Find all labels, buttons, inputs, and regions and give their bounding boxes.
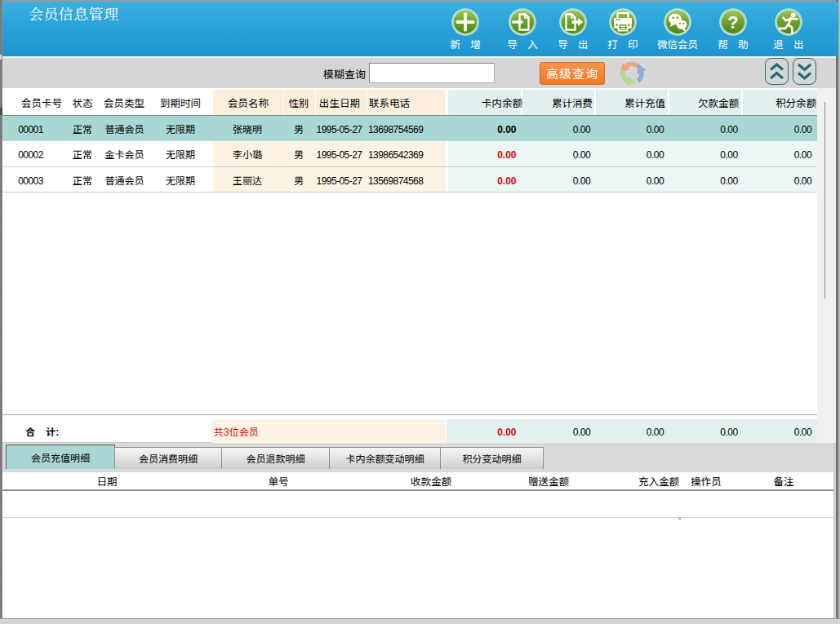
- svg-text:?: ?: [727, 12, 738, 33]
